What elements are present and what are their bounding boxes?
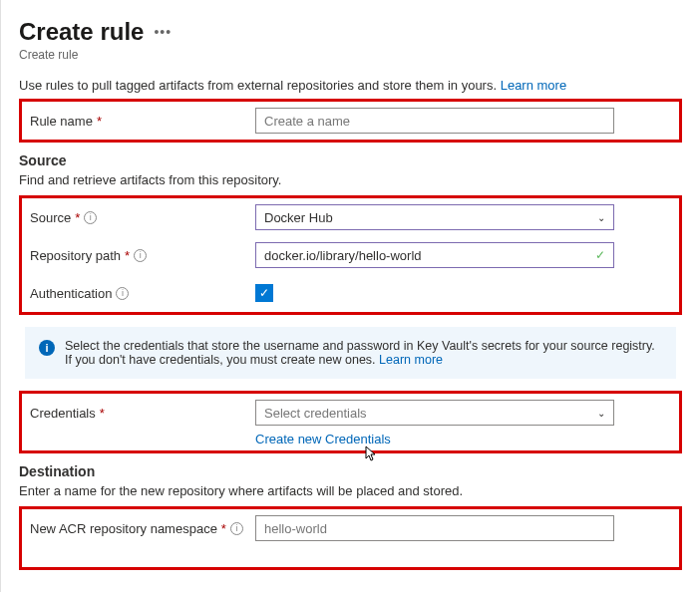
repo-path-value: docker.io/library/hello-world [264, 248, 422, 263]
rule-name-group: Rule name * [19, 99, 682, 143]
chevron-down-icon: ⌄ [597, 212, 605, 223]
source-label: Source [30, 210, 71, 225]
info-icon[interactable]: i [230, 522, 243, 535]
namespace-label: New ACR repository namespace [30, 521, 217, 536]
credentials-select[interactable]: Select credentials ⌄ [255, 400, 614, 426]
info-learn-more-link[interactable]: Learn more [379, 353, 443, 367]
required-asterisk: * [221, 521, 226, 536]
info-icon[interactable]: i [134, 249, 147, 262]
more-icon[interactable]: ••• [154, 24, 172, 40]
required-asterisk: * [75, 210, 80, 225]
intro-learn-more-link[interactable]: Learn more [501, 78, 566, 93]
required-asterisk: * [97, 114, 102, 129]
source-select[interactable]: Docker Hub ⌄ [255, 204, 614, 230]
intro-body: Use rules to pull tagged artifacts from … [19, 78, 501, 93]
repo-path-input[interactable]: docker.io/library/hello-world ✓ [255, 242, 614, 268]
info-icon[interactable]: i [116, 287, 129, 300]
check-icon: ✓ [595, 248, 605, 262]
info-icon: i [39, 340, 55, 356]
credentials-info-box: i Select the credentials that store the … [25, 327, 676, 379]
cursor-icon [365, 445, 381, 464]
required-asterisk: * [125, 248, 130, 263]
rule-name-label: Rule name [30, 114, 93, 129]
info-text: Select the credentials that store the us… [65, 339, 655, 367]
page-title: Create rule [19, 18, 144, 46]
namespace-input[interactable] [255, 515, 614, 541]
page-subtitle: Create rule [19, 48, 682, 62]
namespace-group: New ACR repository namespace * i [19, 506, 682, 570]
destination-subheading: Enter a name for the new repository wher… [19, 483, 682, 498]
credentials-placeholder: Select credentials [264, 406, 367, 421]
source-select-value: Docker Hub [264, 210, 333, 225]
source-group: Source * i Docker Hub ⌄ Repository path … [19, 195, 682, 315]
required-asterisk: * [100, 406, 105, 421]
intro-text: Use rules to pull tagged artifacts from … [19, 78, 682, 93]
source-heading: Source [19, 152, 682, 168]
credentials-label: Credentials [30, 406, 96, 421]
rule-name-input[interactable] [255, 108, 614, 134]
credentials-group: Credentials * Select credentials ⌄ Creat… [19, 391, 682, 453]
chevron-down-icon: ⌄ [597, 408, 605, 419]
create-credentials-link[interactable]: Create new Credentials [255, 432, 391, 446]
authentication-label: Authentication [30, 286, 112, 301]
repo-path-label: Repository path [30, 248, 121, 263]
source-subheading: Find and retrieve artifacts from this re… [19, 172, 682, 187]
info-icon[interactable]: i [84, 211, 97, 224]
destination-heading: Destination [19, 463, 682, 479]
authentication-checkbox[interactable]: ✓ [255, 284, 273, 302]
